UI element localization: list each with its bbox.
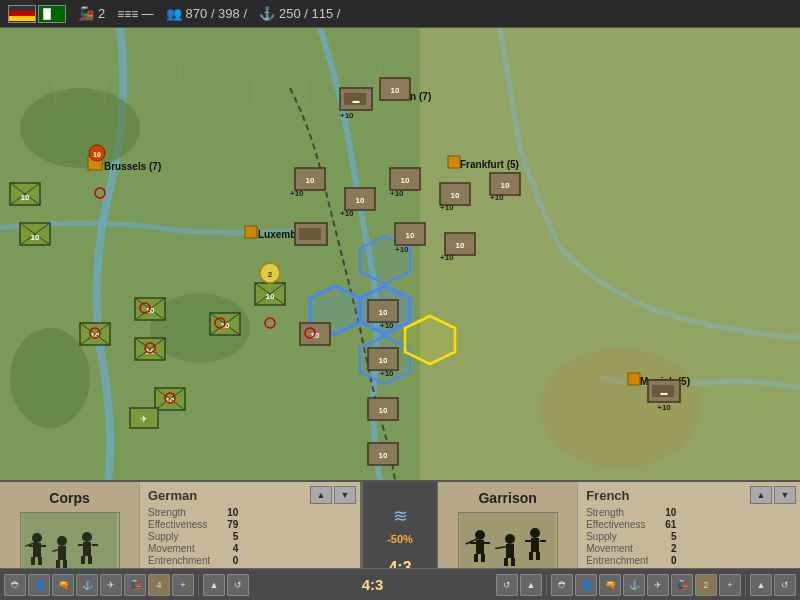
svg-rect-165 [476,540,484,554]
final-btn-1[interactable]: ▲ [750,574,772,596]
svg-text:10: 10 [501,181,510,190]
plus-btn-2[interactable]: + [719,574,741,596]
active-btn-1[interactable]: 4 [148,574,170,596]
svg-text:10: 10 [391,86,400,95]
german-unit-line-2: 10 [345,188,375,210]
svg-rect-181 [540,540,546,542]
svg-point-157 [82,532,92,542]
active-btn-2[interactable]: 2 [695,574,717,596]
svg-text:10: 10 [451,191,460,200]
train-btn-1[interactable]: 🚂 [124,574,146,596]
left-panel-buttons: ▲ ▼ [310,486,356,504]
ship-btn-1[interactable]: ⚓ [76,574,98,596]
plane-btn-1[interactable]: ✈ [100,574,122,596]
helmet-btn-2[interactable]: ⛑ [551,574,573,596]
map-area[interactable]: Brussels (7) Luxembourg Frankfurt (5) Kö… [0,28,800,480]
infantry-btn-1[interactable]: 👤 [28,574,50,596]
right-supply-val: 5 [656,531,676,542]
german-unit-line-1: 10 [295,168,325,190]
svg-rect-46 [448,156,460,168]
svg-rect-161 [78,544,84,546]
left-scroll-down[interactable]: ▼ [334,486,356,504]
german-unit-line-3: 10 [390,168,420,190]
svg-text:10: 10 [401,176,410,185]
tank-btn-1[interactable]: 🔫 [52,574,74,596]
sep-1 [198,575,199,595]
right-unit-type: Garrison [478,490,536,506]
svg-text:Brussels (7): Brussels (7) [104,161,161,172]
svg-text:10: 10 [266,292,275,301]
ships-count: ⚓ 250 / 115 / [259,6,340,21]
right-effectiveness-val: 61 [656,519,676,530]
svg-text:+10: +10 [440,253,454,262]
movement-label: Movement [148,543,210,554]
svg-text:+10: +10 [490,193,504,202]
infantry-btn-2[interactable]: 👤 [575,574,597,596]
svg-point-152 [57,536,67,546]
right-scroll-up[interactable]: ▲ [750,486,772,504]
svg-point-176 [530,528,540,538]
ratio-section: 4:3 [253,576,492,593]
svg-rect-154 [56,560,60,568]
svg-text:10: 10 [356,196,365,205]
svg-text:+10: +10 [440,203,454,212]
svg-text:+10: +10 [290,189,304,198]
supply-indicator: ≡≡≡ — [117,7,153,21]
svg-rect-174 [511,558,515,566]
right-icon-section: ↺ ▲ ⛑ 👤 🔫 ⚓ ✈ 🚂 2 + ▲ ↺ [492,572,800,598]
svg-rect-167 [481,554,485,562]
svg-text:10: 10 [406,231,415,240]
final-btn-2[interactable]: ↺ [774,574,796,596]
left-icon-section: ⛑ 👤 🔫 ⚓ ✈ 🚂 4 + ▲ ↺ [0,572,253,598]
active-unit-2: 10 [368,348,398,370]
allied-unit-1: 10 [10,183,40,205]
svg-rect-146 [33,543,41,557]
left-entrenchment-val: 0 [218,555,238,566]
left-scroll-up[interactable]: ▲ [310,486,332,504]
active-unit-4: 10 [368,443,398,465]
svg-rect-162 [92,544,98,546]
svg-marker-41 [405,316,455,364]
left-unit-type: Corps [49,490,89,506]
right-scroll-down[interactable]: ▼ [774,486,796,504]
svg-point-5 [540,348,700,468]
svg-rect-179 [536,552,540,560]
scroll-btn-2[interactable]: ↺ [227,574,249,596]
plus-btn-1[interactable]: + [172,574,194,596]
supply-label: Supply [148,531,210,542]
train-btn-2[interactable]: 🚂 [671,574,693,596]
svg-text:+10: +10 [380,369,394,378]
right-strength-val: 10 [656,507,676,518]
allied-unit-7: 10 [255,283,285,305]
allied-plane: ✈ [130,408,158,428]
scroll-btn-1[interactable]: ▲ [203,574,225,596]
svg-text:10: 10 [456,241,465,250]
german-tank-2 [295,223,327,245]
plane-btn-2[interactable]: ✈ [647,574,669,596]
svg-rect-180 [525,540,531,542]
svg-rect-178 [529,552,533,560]
svg-point-145 [32,533,42,543]
right-movement-val: 2 [656,543,676,554]
supply-waves-icon: ≋ [393,505,408,527]
german-unit-line-5: 10 [490,173,520,195]
svg-text:+10: +10 [395,245,409,254]
svg-text:10: 10 [379,406,388,415]
ship-btn-2[interactable]: ⚓ [623,574,645,596]
german-tank-1: ▬ [340,88,372,110]
svg-text:Frankfurt (5): Frankfurt (5) [460,159,519,170]
scroll-btn-3[interactable]: ↺ [496,574,518,596]
tank-btn-2[interactable]: 🔫 [599,574,621,596]
helmet-btn-1[interactable]: ⛑ [4,574,26,596]
allied-unit-5: 10 [135,338,165,360]
allied-unit-4: 10 [80,323,110,345]
svg-text:10: 10 [31,233,40,242]
units-count: 2 [98,6,105,21]
right-supply-label: Supply [586,531,648,542]
scroll-btn-4[interactable]: ▲ [520,574,542,596]
svg-text:+10: +10 [657,403,671,412]
svg-text:10: 10 [306,176,315,185]
left-supply-val: 5 [218,531,238,542]
svg-rect-155 [63,560,67,568]
svg-text:▬: ▬ [353,97,360,104]
